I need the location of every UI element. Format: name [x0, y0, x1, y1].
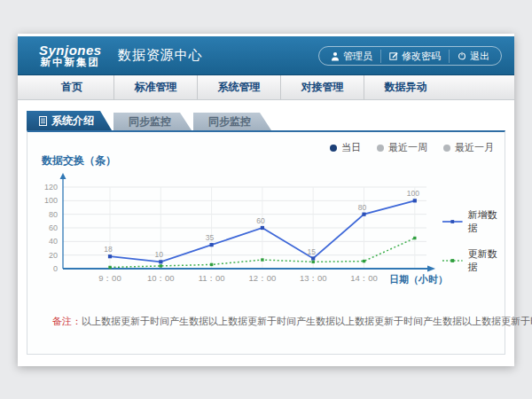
logo-text-cn: 新中新集团 [39, 57, 102, 67]
user-menu-logout[interactable]: 退出 [449, 50, 497, 63]
radio-dot-icon [330, 145, 337, 152]
svg-text:0: 0 [53, 264, 58, 273]
radio-dot-icon [377, 145, 384, 152]
legend-label-new-data: 新增数据 [468, 208, 505, 235]
filter-last-week[interactable]: 最近一周 [377, 141, 427, 154]
filter-last-month-label: 最近一月 [455, 141, 494, 154]
legend-item-new-data: 新增数据 [442, 208, 505, 235]
tab-sync-monitor-2[interactable]: 同步监控 [193, 113, 271, 130]
main-nav: 首页 标准管理 系统管理 对接管理 数据异动 [18, 75, 514, 100]
svg-text:60: 60 [49, 223, 58, 232]
svg-text:20: 20 [49, 251, 58, 260]
user-menu-logout-label: 退出 [470, 50, 489, 63]
header: Synjones 新中新集团 数据资源中心 管理员 修改密码 [18, 36, 514, 75]
filter-today-label: 当日 [341, 141, 361, 154]
svg-text:35: 35 [206, 233, 215, 242]
svg-text:80: 80 [358, 203, 367, 212]
nav-item-home[interactable]: 首页 [30, 75, 113, 99]
chart-legend: 新增数据 更新数据 [442, 208, 505, 274]
nav-item-system-mgmt[interactable]: 系统管理 [197, 75, 280, 99]
svg-text:14：00: 14：00 [350, 273, 378, 283]
svg-text:120: 120 [44, 183, 58, 192]
nav-item-standard-mgmt[interactable]: 标准管理 [113, 75, 197, 99]
svg-text:日期（小时）: 日期（小时） [389, 274, 448, 286]
filter-today[interactable]: 当日 [330, 141, 361, 154]
tab-sync-monitor-1-label: 同步监控 [129, 114, 171, 129]
power-icon [458, 51, 466, 60]
legend-label-updated-data: 更新数据 [468, 247, 505, 274]
radio-dot-icon [443, 145, 450, 152]
line-chart-svg: 0204060801001209：0010：0011：0012：0013：001… [33, 171, 450, 292]
user-menu-change-password[interactable]: 修改密码 [380, 50, 449, 63]
footnote: 备注：以上数据更新于时间产生数据以上数据更新于时间产生数据以上数据更新于时间产生… [52, 315, 532, 328]
tab-system-intro-label: 系统介绍 [51, 113, 94, 129]
svg-text:11：00: 11：00 [199, 273, 225, 283]
tab-sync-monitor-1[interactable]: 同步监控 [113, 113, 192, 130]
user-menu-admin[interactable]: 管理员 [323, 50, 380, 63]
svg-text:100: 100 [407, 189, 419, 198]
svg-text:9：00: 9：00 [98, 273, 121, 283]
document-icon [39, 116, 47, 126]
edit-icon [389, 51, 398, 60]
filter-last-month[interactable]: 最近一月 [443, 141, 494, 154]
user-icon [331, 51, 340, 61]
footnote-text: 以上数据更新于时间产生数据以上数据更新于时间产生数据以上数据更新于时间产生数据以… [82, 316, 532, 326]
footnote-label: 备注： [52, 316, 82, 326]
line-chart: 0204060801001209：0010：0011：0012：0013：001… [33, 171, 450, 295]
tab-system-intro[interactable]: 系统介绍 [27, 111, 112, 130]
user-menu-change-password-label: 修改密码 [402, 50, 441, 63]
nav-item-interface-mgmt[interactable]: 对接管理 [280, 75, 364, 99]
legend-item-updated-data: 更新数据 [442, 247, 505, 274]
svg-text:12：00: 12：00 [249, 273, 277, 283]
nav-item-data-change[interactable]: 数据异动 [364, 75, 447, 99]
solid-line-sample-icon [442, 218, 463, 225]
user-menu-admin-label: 管理员 [343, 50, 372, 63]
tab-bar: 系统介绍 同步监控 同步监控 [27, 111, 505, 130]
content-area: 系统介绍 同步监控 同步监控 当日 最近一周 [18, 100, 514, 365]
logo-text-en: Synjones [39, 43, 102, 58]
svg-text:80: 80 [49, 210, 58, 219]
chart-y-axis-title: 数据交换（条） [42, 153, 116, 168]
user-menu: 管理员 修改密码 退出 [318, 46, 502, 66]
filter-last-week-label: 最近一周 [388, 141, 427, 154]
svg-text:13：00: 13：00 [300, 273, 327, 283]
chart-panel: 当日 最近一周 最近一月 数据交换（条） 0204060801001209：00… [27, 130, 505, 355]
dotted-line-sample-icon [442, 257, 463, 264]
svg-text:10: 10 [155, 250, 164, 259]
time-range-filter: 当日 最近一周 最近一月 [330, 141, 494, 154]
svg-text:40: 40 [49, 237, 58, 246]
svg-text:15: 15 [307, 247, 316, 256]
app-window: Synjones 新中新集团 数据资源中心 管理员 修改密码 [18, 34, 514, 366]
page-title: 数据资源中心 [118, 47, 203, 64]
svg-text:100: 100 [44, 196, 58, 205]
svg-text:18: 18 [104, 245, 113, 254]
svg-text:10：00: 10：00 [147, 273, 175, 283]
logo: Synjones 新中新集团 [39, 43, 102, 68]
tab-sync-monitor-2-label: 同步监控 [208, 114, 251, 129]
svg-text:60: 60 [256, 216, 265, 225]
